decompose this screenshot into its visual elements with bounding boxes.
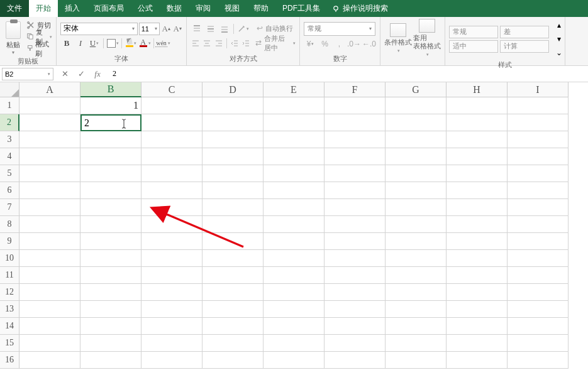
cell[interactable] — [202, 267, 263, 284]
cell[interactable] — [325, 233, 386, 250]
row-header[interactable]: 15 — [0, 335, 19, 352]
menu-tell-me[interactable]: 操作说明搜索 — [332, 3, 388, 14]
cell[interactable] — [386, 216, 447, 233]
currency-button[interactable]: ¥▾ — [304, 38, 317, 50]
cell[interactable] — [19, 131, 80, 148]
row-header[interactable]: 6 — [0, 182, 19, 199]
cell[interactable] — [263, 233, 325, 250]
row-header[interactable]: 16 — [0, 352, 19, 369]
cell[interactable] — [263, 97, 325, 114]
cell[interactable] — [508, 131, 569, 148]
column-header[interactable]: F — [325, 82, 386, 97]
cell[interactable] — [263, 250, 325, 267]
cell[interactable] — [263, 318, 325, 335]
row-header[interactable]: 8 — [0, 216, 19, 233]
cell[interactable] — [202, 233, 263, 250]
cell[interactable] — [263, 182, 325, 199]
format-painter-button[interactable]: 格式刷 — [26, 43, 52, 55]
percent-button[interactable]: % — [318, 38, 331, 50]
cell[interactable] — [80, 335, 141, 352]
format-as-table-button[interactable]: 套用 表格格式 ▾ — [413, 19, 441, 58]
font-size-combo[interactable]: 11 ▾ — [139, 23, 160, 35]
row-header[interactable]: 7 — [0, 199, 19, 216]
cell[interactable] — [80, 148, 141, 165]
cell[interactable] — [447, 199, 508, 216]
column-header[interactable]: G — [386, 82, 447, 97]
cell[interactable] — [447, 284, 508, 301]
cell[interactable] — [80, 352, 141, 369]
cell[interactable] — [325, 250, 386, 267]
cell[interactable] — [386, 301, 447, 318]
italic-button[interactable]: I — [74, 37, 87, 50]
cell[interactable] — [80, 301, 141, 318]
cell[interactable]: 1 — [80, 97, 141, 114]
cell-styles-more[interactable]: ⌄ — [553, 46, 565, 59]
cell[interactable] — [80, 216, 141, 233]
cell[interactable] — [325, 131, 386, 148]
cell[interactable] — [508, 199, 569, 216]
cell[interactable] — [386, 148, 447, 165]
cell[interactable] — [263, 267, 325, 284]
font-name-combo[interactable]: 宋体 ▾ — [60, 23, 138, 35]
cell[interactable] — [141, 284, 202, 301]
cell[interactable] — [80, 182, 141, 199]
cell[interactable] — [141, 97, 202, 114]
cell[interactable] — [80, 233, 141, 250]
cell[interactable] — [141, 352, 202, 369]
align-right-button[interactable] — [214, 37, 224, 50]
cell[interactable] — [19, 233, 80, 250]
cell[interactable] — [325, 148, 386, 165]
cell[interactable] — [447, 233, 508, 250]
decrease-font-button[interactable]: A▾ — [172, 23, 182, 35]
cell[interactable] — [19, 250, 80, 267]
row-header[interactable]: 5 — [0, 165, 19, 182]
align-bottom-button[interactable] — [218, 23, 231, 35]
row-header[interactable]: 2 — [0, 114, 19, 131]
cell[interactable] — [263, 284, 325, 301]
cell[interactable] — [386, 165, 447, 182]
cell[interactable] — [263, 199, 325, 216]
cell[interactable] — [386, 318, 447, 335]
cell[interactable] — [19, 301, 80, 318]
cell[interactable] — [325, 114, 386, 131]
underline-button[interactable]: U▾ — [88, 37, 101, 50]
cell[interactable] — [325, 267, 386, 284]
cell[interactable] — [19, 182, 80, 199]
row-header[interactable]: 10 — [0, 250, 19, 267]
cell[interactable] — [19, 165, 80, 182]
cell[interactable] — [19, 284, 80, 301]
cell[interactable] — [325, 182, 386, 199]
cell[interactable] — [263, 335, 325, 352]
cell[interactable] — [447, 267, 508, 284]
cell[interactable] — [508, 216, 569, 233]
cell[interactable] — [19, 216, 80, 233]
cell[interactable] — [386, 250, 447, 267]
cell[interactable] — [80, 284, 141, 301]
cell[interactable] — [263, 165, 325, 182]
cell[interactable] — [202, 284, 263, 301]
cell[interactable] — [141, 148, 202, 165]
cell[interactable] — [263, 114, 325, 131]
cell[interactable] — [263, 131, 325, 148]
cell[interactable] — [447, 216, 508, 233]
cell[interactable] — [508, 114, 569, 131]
cell[interactable] — [386, 97, 447, 114]
cell[interactable] — [202, 199, 263, 216]
cell[interactable] — [202, 165, 263, 182]
increase-decimal-button[interactable]: .0→ — [347, 38, 361, 50]
cell[interactable] — [263, 148, 325, 165]
cell[interactable] — [263, 216, 325, 233]
cell[interactable] — [202, 97, 263, 114]
cell[interactable] — [386, 267, 447, 284]
cell[interactable] — [141, 131, 202, 148]
cancel-edit-button[interactable]: ✕ — [60, 69, 70, 79]
cell[interactable] — [141, 318, 202, 335]
cell[interactable] — [202, 335, 263, 352]
conditional-formatting-button[interactable]: 条件格式 ▾ — [384, 23, 412, 55]
cell[interactable] — [386, 131, 447, 148]
cell[interactable] — [386, 199, 447, 216]
cell[interactable] — [202, 182, 263, 199]
cell[interactable] — [447, 352, 508, 369]
cell[interactable] — [263, 352, 325, 369]
cell[interactable] — [447, 318, 508, 335]
